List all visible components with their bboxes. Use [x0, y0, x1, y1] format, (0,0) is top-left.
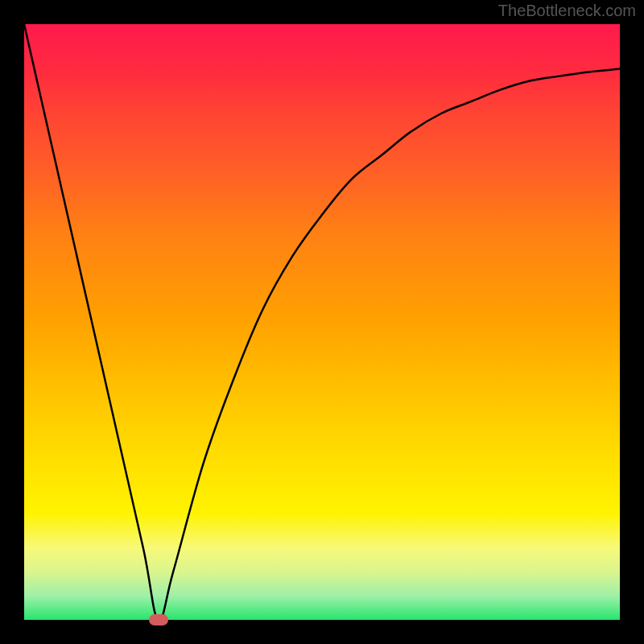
bottleneck-curve — [24, 24, 620, 620]
chart-container: TheBottleneck.com — [0, 0, 644, 644]
attribution-label: TheBottleneck.com — [498, 2, 636, 20]
optimal-marker — [149, 614, 168, 625]
plot-area — [24, 24, 620, 620]
